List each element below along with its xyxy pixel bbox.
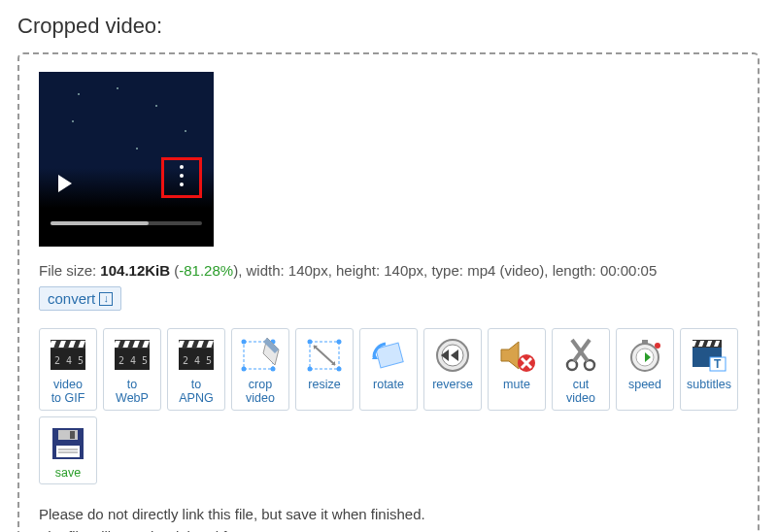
reverse-icon	[430, 335, 475, 376]
length-label: , length:	[544, 262, 600, 279]
video-progress-bar[interactable]	[51, 221, 202, 225]
tool-crop-video[interactable]: cropvideo	[231, 328, 289, 411]
length-value: 00:00:05	[600, 262, 657, 279]
size-change-percent: -81.28%	[179, 262, 233, 279]
page-title: Cropped video:	[17, 14, 760, 39]
svg-text:2 4 5: 2 4 5	[183, 355, 212, 366]
height-label: , height:	[328, 262, 385, 279]
svg-point-22	[242, 340, 247, 345]
tool-subtitles[interactable]: T subtitles	[680, 328, 738, 411]
svg-point-28	[337, 340, 342, 345]
rotate-icon	[366, 335, 411, 376]
note-line-2: The file will soon be deleted from our s…	[39, 526, 738, 532]
tool-label: cropvideo	[246, 378, 275, 406]
svg-rect-48	[642, 340, 648, 344]
svg-point-29	[308, 367, 313, 372]
video-player[interactable]	[39, 72, 214, 247]
tool-to-apng[interactable]: 2 4 5 toAPNG	[167, 328, 225, 411]
file-info-line: File size: 104.12KiB (-81.28%), width: 1…	[39, 262, 738, 279]
tool-rotate[interactable]: rotate	[359, 328, 418, 411]
filesize-label: File size:	[39, 262, 100, 279]
tool-label: toWebP	[116, 378, 149, 406]
svg-line-31	[314, 346, 335, 365]
filesize-value: 104.12KiB	[100, 262, 170, 279]
svg-rect-63	[70, 431, 75, 439]
svg-point-51	[655, 343, 660, 349]
tools-toolbar: 2 4 5 videoto GIF 2 4 5 toWebP 2 4 5 toA…	[39, 328, 738, 484]
note-line-1: Please do not directly link this file, b…	[39, 504, 738, 526]
tool-save[interactable]: save	[39, 416, 97, 484]
tool-video-to-gif[interactable]: 2 4 5 videoto GIF	[39, 328, 97, 411]
height-value: 140px	[384, 262, 423, 279]
tool-label: videoto GIF	[51, 378, 85, 406]
width-value: 140px	[288, 262, 328, 279]
tool-label: subtitles	[687, 378, 731, 391]
svg-point-25	[271, 367, 276, 372]
tool-label: mute	[503, 378, 530, 391]
floppy-disk-icon	[46, 423, 90, 464]
scissors-icon	[558, 335, 603, 376]
tool-label: save	[55, 466, 81, 480]
tool-label: cutvideo	[566, 378, 595, 406]
stopwatch-icon	[623, 335, 667, 376]
more-menu-icon[interactable]	[180, 165, 184, 186]
download-icon: ↓	[99, 292, 113, 306]
svg-text:2 4 5: 2 4 5	[118, 355, 148, 366]
tool-label: resize	[308, 378, 340, 391]
subtitles-icon: T	[687, 335, 731, 376]
tool-to-webp[interactable]: 2 4 5 toWebP	[103, 328, 161, 411]
clapperboard-icon: 2 4 5	[174, 335, 219, 376]
tool-reverse[interactable]: reverse	[423, 328, 482, 411]
mute-icon	[494, 335, 539, 376]
svg-point-30	[337, 367, 342, 372]
crop-icon	[238, 335, 283, 376]
resize-icon	[302, 335, 347, 376]
result-panel: File size: 104.12KiB (-81.28%), width: 1…	[17, 52, 760, 532]
type-value: mp4 (video)	[467, 262, 544, 279]
clapperboard-icon: 2 4 5	[46, 335, 90, 376]
svg-rect-61	[56, 446, 80, 457]
tool-label: reverse	[432, 378, 473, 391]
type-label: , type:	[423, 262, 467, 279]
tool-cut-video[interactable]: cutvideo	[552, 328, 610, 411]
clapperboard-icon: 2 4 5	[110, 335, 154, 376]
tool-label: rotate	[373, 378, 404, 391]
svg-text:T: T	[714, 357, 722, 371]
convert-button[interactable]: convert ↓	[39, 286, 121, 311]
width-label: , width:	[238, 262, 288, 279]
svg-text:2 4 5: 2 4 5	[54, 355, 84, 366]
svg-point-27	[308, 340, 313, 345]
tool-label: toAPNG	[179, 378, 213, 406]
tool-speed[interactable]: speed	[616, 328, 674, 411]
svg-point-24	[242, 367, 247, 372]
tool-label: speed	[628, 378, 661, 391]
footer-notes: Please do not directly link this file, b…	[39, 504, 738, 532]
convert-button-label: convert	[48, 290, 95, 307]
tool-mute[interactable]: mute	[488, 328, 546, 411]
tool-resize[interactable]: resize	[295, 328, 354, 411]
play-icon[interactable]	[58, 175, 72, 192]
